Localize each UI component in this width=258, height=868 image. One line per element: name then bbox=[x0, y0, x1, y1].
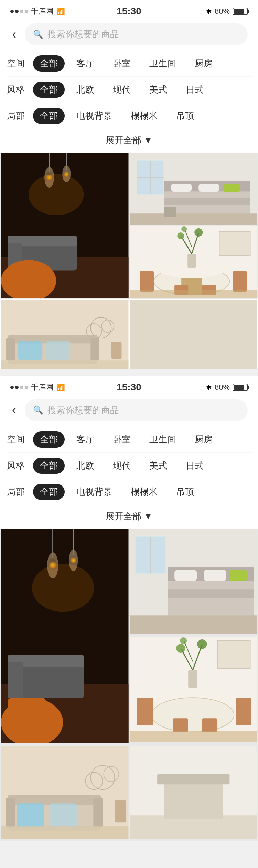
tag-space-kitchen[interactable]: 厨房 bbox=[188, 55, 219, 72]
tag-partial-tv-2[interactable]: 电视背景 bbox=[69, 484, 119, 500]
tag-style-all-2[interactable]: 全部 bbox=[33, 458, 65, 474]
svg-rect-56 bbox=[46, 341, 70, 360]
filter-row-partial: 局部 全部 电视背景 榻榻米 吊顶 bbox=[7, 103, 251, 129]
svg-rect-28 bbox=[164, 207, 176, 217]
status-right: ✱ 80% bbox=[206, 7, 248, 16]
filter-label-space-2: 空间 bbox=[7, 433, 28, 446]
sofa-img bbox=[1, 300, 129, 369]
signal-dots bbox=[10, 10, 28, 13]
image-cell-bedroom[interactable] bbox=[130, 153, 257, 225]
tag-space-kitchen-2[interactable]: 厨房 bbox=[188, 431, 219, 448]
svg-point-38 bbox=[177, 232, 184, 239]
back-button-2[interactable]: ‹ bbox=[10, 403, 18, 417]
filter-label-style: 风格 bbox=[7, 84, 28, 96]
svg-rect-64 bbox=[8, 698, 46, 722]
tag-space-bedroom-2[interactable]: 卧室 bbox=[106, 431, 138, 448]
search-bar-area: ‹ 🔍 搜索你想要的商品 bbox=[0, 20, 258, 51]
image-cell-extra-2[interactable] bbox=[130, 746, 257, 841]
battery-fill-2 bbox=[234, 385, 244, 390]
tag-style-japanese-2[interactable]: 日式 bbox=[179, 458, 211, 474]
dot3-2 bbox=[20, 386, 23, 389]
svg-rect-81 bbox=[204, 570, 226, 581]
dot2 bbox=[15, 10, 19, 13]
tag-space-living-2[interactable]: 客厅 bbox=[69, 431, 101, 448]
tag-style-modern-2[interactable]: 现代 bbox=[106, 458, 138, 474]
filter-label-partial-2: 局部 bbox=[7, 486, 28, 498]
search-input-container[interactable]: 🔍 搜索你想要的商品 bbox=[25, 23, 248, 45]
svg-rect-85 bbox=[130, 615, 257, 634]
tag-partial-tv[interactable]: 电视背景 bbox=[69, 108, 119, 124]
tag-partial-all-2[interactable]: 全部 bbox=[33, 484, 65, 500]
tag-partial-tatami[interactable]: 榻榻米 bbox=[124, 108, 164, 124]
status-left-2: 千库网 📶 bbox=[10, 382, 65, 393]
tag-style-american-2[interactable]: 美式 bbox=[142, 458, 174, 474]
dot1 bbox=[10, 10, 14, 13]
tag-style-modern[interactable]: 现代 bbox=[106, 82, 138, 98]
svg-point-95 bbox=[176, 644, 185, 653]
image-cell-left[interactable] bbox=[1, 153, 129, 298]
status-bar-2: 千库网 📶 15:30 ✱ 80% bbox=[0, 376, 258, 396]
screen-1: 千库网 📶 15:30 ✱ 80% ‹ 🔍 搜索你想要的商品 空间 全部 客厅 bbox=[0, 0, 258, 369]
svg-rect-82 bbox=[229, 570, 247, 581]
bedroom-img-2 bbox=[130, 529, 257, 634]
svg-rect-25 bbox=[164, 198, 250, 205]
svg-rect-102 bbox=[130, 731, 257, 742]
svg-point-90 bbox=[151, 698, 234, 732]
tag-space-living[interactable]: 客厅 bbox=[69, 55, 101, 72]
living-room-dark-img-2 bbox=[1, 529, 129, 743]
svg-rect-27 bbox=[130, 213, 257, 225]
tag-partial-ceiling-2[interactable]: 吊顶 bbox=[169, 484, 201, 500]
battery-tip-2 bbox=[248, 386, 249, 389]
tag-partial-ceiling[interactable]: 吊顶 bbox=[169, 108, 201, 124]
tag-style-japanese[interactable]: 日式 bbox=[179, 82, 211, 98]
filter-row-style-2: 风格 全部 北欧 现代 美式 日式 bbox=[7, 453, 251, 479]
filter-tags-space: 全部 客厅 卧室 卫生间 厨房 bbox=[33, 55, 219, 72]
dot1-2 bbox=[10, 386, 14, 389]
tag-space-bathroom-2[interactable]: 卫生间 bbox=[142, 431, 183, 448]
expand-button-2[interactable]: 展开全部 ▼ bbox=[0, 505, 258, 529]
svg-rect-34 bbox=[187, 254, 196, 268]
tag-space-bedroom[interactable]: 卧室 bbox=[106, 55, 138, 72]
image-cell-dining[interactable] bbox=[130, 226, 257, 298]
svg-rect-42 bbox=[233, 271, 247, 292]
tag-style-nordic-2[interactable]: 北欧 bbox=[69, 458, 101, 474]
expand-button[interactable]: 展开全部 ▼ bbox=[0, 129, 258, 153]
status-left: 千库网 📶 bbox=[10, 6, 65, 17]
tag-space-all-2[interactable]: 全部 bbox=[33, 431, 65, 448]
tag-style-american[interactable]: 美式 bbox=[142, 82, 174, 98]
svg-rect-114 bbox=[1, 826, 128, 839]
wifi-icon-2: 📶 bbox=[56, 383, 65, 391]
back-button[interactable]: ‹ bbox=[10, 27, 18, 42]
image-cell-bedroom-2[interactable] bbox=[130, 529, 257, 636]
wifi-icon: 📶 bbox=[56, 7, 65, 15]
image-cell-dining-2[interactable] bbox=[130, 637, 257, 744]
filter-section-2: 空间 全部 客厅 卧室 卫生间 厨房 风格 全部 北欧 现代 美式 日式 局部 … bbox=[0, 427, 258, 505]
image-cell-sofa-2[interactable] bbox=[1, 746, 129, 841]
svg-point-72 bbox=[32, 564, 94, 612]
svg-rect-22 bbox=[171, 184, 192, 192]
battery-fill bbox=[234, 9, 244, 14]
tag-style-nordic[interactable]: 北欧 bbox=[69, 82, 101, 98]
tag-partial-tatami-2[interactable]: 榻榻米 bbox=[124, 484, 164, 500]
image-cell-sofa[interactable] bbox=[1, 300, 129, 369]
image-cell-placeholder bbox=[130, 300, 257, 369]
tag-space-all[interactable]: 全部 bbox=[33, 55, 65, 72]
tag-partial-all[interactable]: 全部 bbox=[33, 108, 65, 124]
carrier-name: 千库网 bbox=[31, 6, 54, 17]
svg-point-96 bbox=[197, 639, 207, 649]
tag-style-all[interactable]: 全部 bbox=[33, 82, 65, 98]
filter-row-space: 空间 全部 客厅 卧室 卫生间 厨房 bbox=[7, 51, 251, 77]
svg-point-39 bbox=[194, 228, 203, 237]
search-input-container-2[interactable]: 🔍 搜索你想要的商品 bbox=[25, 399, 248, 421]
status-bar: 千库网 📶 15:30 ✱ 80% bbox=[0, 0, 258, 20]
filter-label-space: 空间 bbox=[7, 57, 28, 70]
carrier-name-2: 千库网 bbox=[31, 382, 54, 393]
image-grid bbox=[0, 153, 258, 299]
image-cell-left-2[interactable] bbox=[1, 529, 129, 744]
svg-rect-111 bbox=[93, 798, 103, 827]
tag-space-bathroom[interactable]: 卫生间 bbox=[142, 55, 183, 72]
svg-rect-54 bbox=[90, 338, 99, 360]
svg-rect-50 bbox=[111, 342, 121, 359]
filter-label-partial: 局部 bbox=[7, 110, 28, 122]
battery-tip bbox=[248, 10, 249, 13]
